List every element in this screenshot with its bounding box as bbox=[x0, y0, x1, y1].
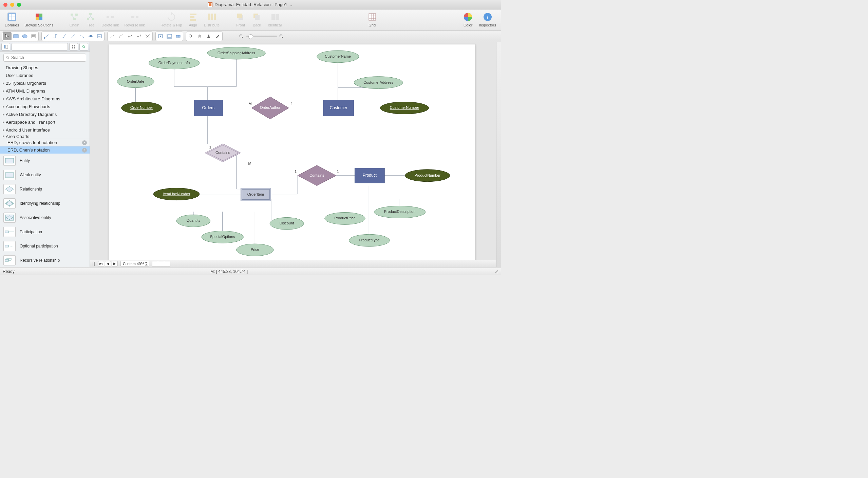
line-5[interactable] bbox=[143, 32, 152, 40]
library-item[interactable]: User Libraries bbox=[0, 72, 90, 79]
connector-6[interactable] bbox=[86, 32, 95, 40]
library-item[interactable]: 25 Typical Orgcharts bbox=[0, 79, 90, 87]
line-4[interactable] bbox=[134, 32, 143, 40]
close-icon[interactable] bbox=[3, 3, 7, 7]
delete-link-button[interactable]: Delete link bbox=[99, 11, 121, 28]
search-view-icon[interactable] bbox=[79, 43, 88, 51]
svg-text:OrderShippingAddress: OrderShippingAddress bbox=[218, 51, 255, 55]
zoom-out-icon[interactable] bbox=[239, 34, 244, 39]
svg-text:ProductType: ProductType bbox=[359, 238, 380, 242]
shape-assoc-entity[interactable]: Associative entity bbox=[0, 211, 90, 225]
shape-recursive[interactable]: Recursive relationship bbox=[0, 253, 90, 267]
page-tab[interactable] bbox=[158, 261, 164, 266]
line-1[interactable] bbox=[108, 32, 117, 40]
page-tab[interactable] bbox=[164, 261, 170, 266]
zoom-slider[interactable] bbox=[246, 36, 277, 37]
inspectors-button[interactable]: iInspectors bbox=[476, 11, 499, 28]
sidebar-filter-input[interactable] bbox=[12, 43, 68, 51]
shape-id-relationship[interactable]: Identifying relationship bbox=[0, 196, 90, 211]
ellipse-tool[interactable] bbox=[20, 32, 29, 40]
pen-tool[interactable] bbox=[213, 32, 222, 40]
panel-toggle-icon[interactable] bbox=[1, 43, 10, 51]
connector-1[interactable] bbox=[42, 32, 51, 40]
zoom-in-icon[interactable] bbox=[279, 34, 284, 39]
shape-weak-entity[interactable]: Weak entity bbox=[0, 168, 90, 182]
shape-opt-participation[interactable]: Optional participation bbox=[0, 239, 90, 253]
svg-rect-3 bbox=[9, 17, 12, 20]
reverse-link-button[interactable]: Reverse link bbox=[122, 11, 148, 28]
pointer-tool[interactable] bbox=[3, 32, 12, 40]
resize-grip-icon[interactable] bbox=[494, 269, 499, 274]
tab-chen[interactable]: ERD, Chen's notation× bbox=[0, 146, 90, 154]
minimize-icon[interactable] bbox=[10, 3, 14, 7]
library-item[interactable]: Drawing Shapes bbox=[0, 64, 90, 72]
library-item[interactable]: Active Directory Diagrams bbox=[0, 111, 90, 118]
rect-tool[interactable] bbox=[12, 32, 20, 40]
align-button[interactable]: Align bbox=[185, 11, 201, 28]
grid-button[interactable]: Grid bbox=[364, 11, 380, 28]
library-item[interactable]: AWS Architecture Diagrams bbox=[0, 95, 90, 103]
snap-1[interactable] bbox=[156, 32, 165, 40]
page-prev[interactable]: ◀ bbox=[105, 261, 111, 266]
snap-2[interactable] bbox=[165, 32, 174, 40]
svg-rect-53 bbox=[6, 45, 8, 48]
chevron-down-icon[interactable]: ⌄ bbox=[289, 2, 293, 7]
close-icon[interactable]: × bbox=[82, 140, 87, 145]
shape-relationship[interactable]: Relationship bbox=[0, 182, 90, 196]
page-next[interactable]: ▶ bbox=[112, 261, 118, 266]
svg-rect-19 bbox=[190, 14, 196, 15]
search-input[interactable] bbox=[11, 55, 84, 60]
zoom-icon[interactable] bbox=[17, 3, 21, 7]
connector-4[interactable] bbox=[69, 32, 77, 40]
library-item[interactable]: Area Charts bbox=[0, 134, 90, 139]
svg-point-39 bbox=[44, 37, 45, 39]
library-item[interactable]: Accounting Flowcharts bbox=[0, 103, 90, 111]
svg-rect-31 bbox=[369, 14, 376, 20]
snap-3[interactable] bbox=[174, 32, 183, 40]
tool-mode-group bbox=[2, 32, 39, 41]
line-3[interactable] bbox=[126, 32, 134, 40]
sidebar-top bbox=[0, 42, 90, 52]
front-button[interactable]: Front bbox=[232, 11, 249, 28]
back-button[interactable]: Back bbox=[249, 11, 265, 28]
zoom-tool[interactable] bbox=[187, 32, 195, 40]
person-tool[interactable] bbox=[204, 32, 213, 40]
pan-tool[interactable] bbox=[195, 32, 204, 40]
page-first[interactable]: ⏮ bbox=[98, 261, 104, 266]
chain-button[interactable]: Chain bbox=[66, 11, 82, 28]
svg-rect-46 bbox=[176, 35, 178, 37]
color-button[interactable]: Color bbox=[460, 11, 476, 28]
connector-5[interactable] bbox=[77, 32, 86, 40]
identical-button[interactable]: Identical bbox=[265, 11, 284, 28]
canvas[interactable]: Orders Customer Product OrderItem OrderA… bbox=[109, 44, 475, 262]
vertical-scrollbar[interactable] bbox=[496, 42, 501, 267]
close-icon[interactable]: × bbox=[82, 148, 87, 153]
shape-entity[interactable]: Entity bbox=[0, 154, 90, 168]
connector-7[interactable] bbox=[95, 32, 104, 40]
svg-point-49 bbox=[208, 35, 209, 36]
libraries-button[interactable]: Libraries bbox=[2, 11, 22, 28]
distribute-button[interactable]: Distribute bbox=[201, 11, 222, 28]
shape-participation[interactable]: Participation bbox=[0, 225, 90, 239]
connector-2[interactable] bbox=[51, 32, 60, 40]
page-tab[interactable] bbox=[152, 261, 158, 266]
svg-rect-40 bbox=[90, 35, 92, 37]
library-list: Drawing Shapes User Libraries 25 Typical… bbox=[0, 64, 90, 139]
library-item[interactable]: Android User Interface bbox=[0, 126, 90, 134]
line-2[interactable] bbox=[117, 32, 126, 40]
svg-rect-66 bbox=[5, 259, 8, 261]
splitter-icon[interactable] bbox=[92, 261, 95, 266]
rotate-flip-button[interactable]: Rotate & Flip bbox=[158, 11, 185, 28]
svg-rect-24 bbox=[214, 14, 216, 20]
grid-view-icon[interactable] bbox=[69, 43, 78, 51]
browse-solutions-button[interactable]: Browse Solutions bbox=[22, 11, 56, 28]
connector-3[interactable] bbox=[60, 32, 69, 40]
text-tool[interactable] bbox=[29, 32, 38, 40]
status-coords: M: [ 445.38, 104.74 ] bbox=[210, 269, 248, 274]
tab-crow[interactable]: ERD, crow's foot notation× bbox=[0, 139, 90, 146]
tree-button[interactable]: Tree bbox=[82, 11, 99, 28]
library-item[interactable]: ATM UML Diagrams bbox=[0, 87, 90, 95]
body: Drawing Shapes User Libraries 25 Typical… bbox=[0, 42, 501, 267]
zoom-select[interactable]: Custom 49% bbox=[120, 261, 149, 267]
library-item[interactable]: Aerospace and Transport bbox=[0, 118, 90, 126]
